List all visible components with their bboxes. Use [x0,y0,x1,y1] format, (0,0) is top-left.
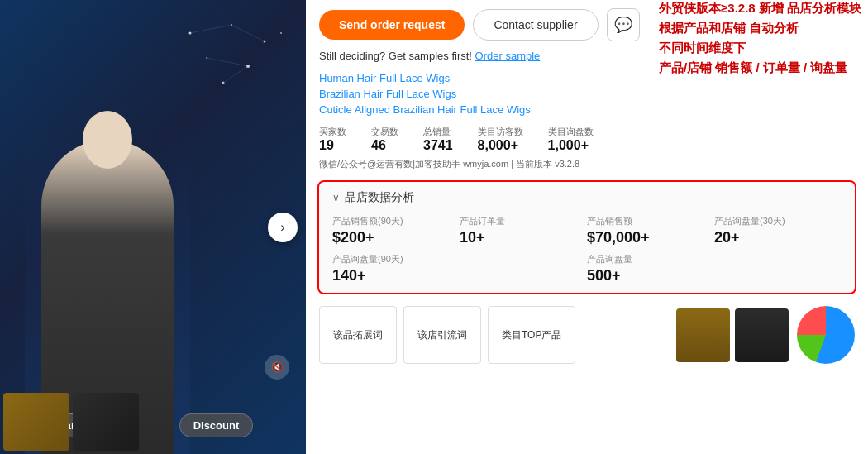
send-order-button[interactable]: Send order request [319,10,465,40]
stat-total-sales: 总销量 3741 [423,126,453,153]
stat-buyers-label: 买家数 [319,126,346,138]
contact-supplier-button[interactable]: Contact supplier [473,9,598,41]
thumbnail-1[interactable] [3,393,69,451]
wechat-text: 微信/公众号@运营有数|加客技助手 wmyja.com | 当前版本 v3.2.… [319,158,579,170]
stat-transactions: 交易数 46 [371,126,398,153]
product-links: Human Hair Full Lace Wigs Brazilian Hair… [306,69,868,119]
metric-3: 产品询盘量(30天) 20+ [714,215,842,246]
stat-buyers: 买家数 19 [319,126,346,153]
action-btn-0[interactable]: 该品拓展词 [319,306,397,364]
constellation-graphic [165,17,289,141]
metric-0-label: 产品销售额(90天) [332,215,460,227]
metric-5-label: 产品询盘量 [587,253,842,265]
stat-category-visitors-label: 类目访客数 [478,126,523,138]
order-sample-link[interactable]: Order sample [475,50,541,62]
metric-2-value: $70,000+ [587,229,714,246]
metric-1: 产品订单量 10+ [460,215,587,246]
stat-transactions-value: 46 [371,138,398,153]
person-head [83,111,132,169]
svg-line-7 [190,25,231,33]
stat-transactions-label: 交易数 [371,126,398,138]
right-panel: Send order request Contact supplier 💬 外贸… [306,0,868,454]
data-panel-title: 品店数据分析 [345,190,414,205]
message-button[interactable]: 💬 [607,8,640,41]
product-link-1[interactable]: Brazilian Hair Full Lace Wigs [319,88,855,100]
data-metrics-grid-2: 产品询盘量(90天) 140+ 产品询盘量 500+ [332,253,842,284]
data-panel: ∨ 品店数据分析 产品销售额(90天) $200+ 产品订单量 10+ 产品销售… [317,180,856,294]
metric-3-value: 20+ [714,229,842,246]
metric-5: 产品询盘量 500+ [587,253,842,284]
action-btn-2[interactable]: 类目TOP产品 [488,306,575,364]
action-btn-1[interactable]: 该店引流词 [403,306,481,364]
stat-category-inquiries: 类目询盘数 1,000+ [548,126,594,153]
thumbnail-list [0,389,142,454]
pie-chart [797,306,855,364]
stat-total-sales-label: 总销量 [423,126,453,138]
stats-row: 买家数 19 交易数 46 总销量 3741 类目访客数 8,000+ 类目询盘… [306,119,868,156]
speaker-icon: 🔇 [271,361,284,373]
data-panel-header: ∨ 品店数据分析 [332,190,842,205]
metric-0: 产品销售额(90天) $200+ [332,215,460,246]
next-image-arrow[interactable]: › [268,213,298,242]
volume-icon[interactable]: 🔇 [265,355,289,380]
product-image-panel: › 🔇 ample Discount [0,0,306,454]
metric-5-value: 500+ [587,267,842,284]
deciding-text: Still deciding? Get samples first! Order… [306,50,868,69]
metric-1-value: 10+ [460,229,587,246]
svg-line-8 [231,25,265,41]
wechat-bar: 微信/公众号@运营有数|加客技助手 wmyja.com | 当前版本 v3.2.… [306,156,868,175]
thumbnail-2[interactable] [73,393,139,451]
stat-category-inquiries-label: 类目询盘数 [548,126,594,138]
action-bar: Send order request Contact supplier 💬 [306,0,868,50]
metric-4-value: 140+ [332,267,587,284]
svg-line-9 [223,66,248,83]
collapse-icon[interactable]: ∨ [332,192,340,203]
metric-2: 产品销售额 $70,000+ [587,215,714,246]
discount-badge[interactable]: Discount [179,413,254,437]
small-thumb-2[interactable] [735,308,789,362]
metric-3-label: 产品询盘量(30天) [714,215,842,227]
product-link-0[interactable]: Human Hair Full Lace Wigs [319,72,855,84]
metric-2-label: 产品销售额 [587,215,714,227]
stat-category-inquiries-value: 1,000+ [548,138,594,153]
stat-category-visitors: 类目访客数 8,000+ [478,126,523,153]
svg-point-5 [280,32,282,34]
product-link-2[interactable]: Cuticle Aligned Brazilian Hair Full Lace… [319,103,855,116]
small-thumb-1[interactable] [676,308,730,362]
stat-total-sales-value: 3741 [423,138,453,153]
metric-4-label: 产品询盘量(90天) [332,253,587,265]
bottom-actions: 该品拓展词 该店引流词 类目TOP产品 [306,299,868,370]
svg-line-10 [207,58,248,66]
stat-category-visitors-value: 8,000+ [478,138,523,153]
message-icon: 💬 [614,16,632,34]
data-metrics-grid: 产品销售额(90天) $200+ 产品订单量 10+ 产品销售额 $70,000… [332,215,842,246]
stat-buyers-value: 19 [319,138,346,153]
metric-4: 产品询盘量(90天) 140+ [332,253,587,284]
metric-1-label: 产品订单量 [460,215,587,227]
chevron-right-icon: › [280,220,284,235]
metric-0-value: $200+ [332,229,460,246]
